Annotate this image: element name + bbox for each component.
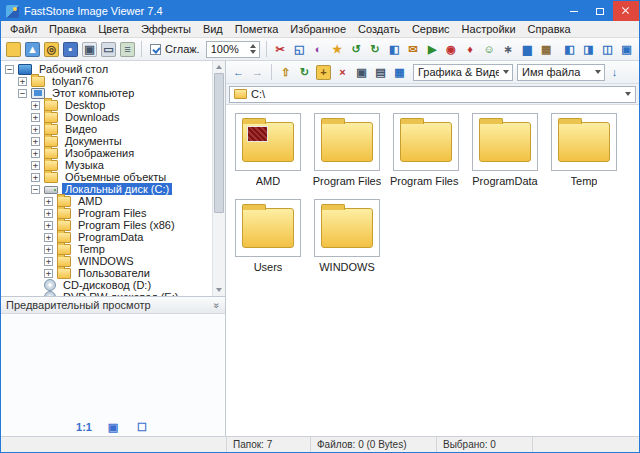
- tree-expand-toggle[interactable]: +: [31, 125, 40, 134]
- tree-item[interactable]: +Пользователи: [1, 267, 212, 279]
- sort-direction-button[interactable]: ↓: [606, 64, 623, 81]
- rotate-right-button[interactable]: ↻: [367, 41, 384, 58]
- compare-button[interactable]: ◧: [386, 41, 403, 58]
- menu-item[interactable]: Файл: [4, 22, 43, 36]
- layout-viewer-button[interactable]: ◨: [580, 41, 597, 58]
- delete-button[interactable]: ×: [334, 64, 351, 81]
- tree-expand-toggle[interactable]: +: [44, 257, 53, 266]
- title-bar[interactable]: FastStone Image Viewer 7.4: [1, 1, 639, 21]
- tree-item[interactable]: +Temp: [1, 243, 212, 255]
- preview-panel-header[interactable]: Предварительный просмотр »: [1, 296, 225, 314]
- menu-item[interactable]: Настройки: [456, 22, 522, 36]
- file-type-filter-combo[interactable]: Графика & Видео: [413, 64, 513, 81]
- minimize-button[interactable]: [561, 1, 587, 21]
- folder-thumbnail[interactable]: AMD: [232, 113, 304, 187]
- tree-expand-toggle[interactable]: +: [31, 101, 40, 110]
- maximize-button[interactable]: [587, 1, 613, 21]
- tree-expand-toggle[interactable]: +: [44, 233, 53, 242]
- menu-item[interactable]: Эффекты: [135, 22, 197, 36]
- tree-expand-toggle[interactable]: +: [44, 269, 53, 278]
- tree-expand-toggle[interactable]: +: [31, 113, 40, 122]
- tree-item[interactable]: +AMD: [1, 195, 212, 207]
- layout-split-button[interactable]: ◫: [599, 41, 616, 58]
- fit-window-button-button[interactable]: ▣: [105, 419, 122, 436]
- layout-browser-button[interactable]: ◧: [561, 41, 578, 58]
- folder-thumbnail[interactable]: ProgramData: [469, 113, 541, 187]
- tree-item[interactable]: +Видео: [1, 123, 212, 135]
- address-field[interactable]: C:\: [229, 86, 636, 103]
- sort-field-combo[interactable]: Имя файла: [517, 64, 605, 81]
- folder-thumbnail[interactable]: Users: [232, 199, 304, 273]
- smoothing-checkbox[interactable]: Сглаж.: [150, 43, 200, 55]
- tree-item[interactable]: +Объемные объекты: [1, 171, 212, 183]
- fullscreen-button-button[interactable]: ☐: [134, 419, 151, 436]
- tree-expand-toggle[interactable]: +: [18, 77, 27, 86]
- tree-expand-toggle[interactable]: −: [5, 65, 14, 74]
- tree-item[interactable]: +Музыка: [1, 159, 212, 171]
- users-button[interactable]: ☺: [481, 41, 498, 58]
- tree-item[interactable]: −Локальный диск (C:): [1, 183, 212, 195]
- tree-expand-toggle[interactable]: +: [44, 245, 53, 254]
- folder-thumbnail[interactable]: WINDOWS: [311, 199, 383, 273]
- copy-to-button[interactable]: ▣: [353, 64, 370, 81]
- new-folder-button[interactable]: +: [315, 64, 332, 81]
- tree-item[interactable]: CD-дисковод (D:): [1, 279, 212, 291]
- collapse-preview-icon[interactable]: »: [212, 302, 223, 308]
- menu-item[interactable]: Сервис: [406, 22, 456, 36]
- open-folder-button[interactable]: [5, 41, 22, 58]
- tree-expand-toggle[interactable]: +: [31, 149, 40, 158]
- effects-button[interactable]: ★: [329, 41, 346, 58]
- tree-expand-toggle[interactable]: +: [31, 173, 40, 182]
- folder-thumbnail[interactable]: Program Files (x86): [390, 113, 462, 187]
- copy-file-button[interactable]: ▣: [81, 41, 98, 58]
- back-button[interactable]: ←: [230, 64, 247, 81]
- view-mode-button[interactable]: ▦: [391, 64, 408, 81]
- folder-thumbnail[interactable]: Program Files: [311, 113, 383, 187]
- menu-item[interactable]: Создать: [352, 22, 406, 36]
- menu-item[interactable]: Правка: [43, 22, 92, 36]
- tree-item[interactable]: −Этот компьютер: [1, 87, 212, 99]
- menu-item[interactable]: Пометка: [229, 22, 285, 36]
- browse-folder-button[interactable]: ◎: [43, 41, 60, 58]
- actual-size-button-button[interactable]: 1:1: [76, 419, 93, 436]
- tree-item[interactable]: +Документы: [1, 135, 212, 147]
- tree-expand-toggle[interactable]: +: [44, 209, 53, 218]
- tree-item[interactable]: +tolyan76: [1, 75, 212, 87]
- tree-item[interactable]: +Downloads: [1, 111, 212, 123]
- adjust-colors-button[interactable]: ◐: [310, 41, 327, 58]
- tree-item[interactable]: +Program Files: [1, 207, 212, 219]
- menu-item[interactable]: Справка: [522, 22, 577, 36]
- tree-item[interactable]: +Изображения: [1, 147, 212, 159]
- crop-button[interactable]: ✂: [272, 41, 289, 58]
- tree-item[interactable]: +ProgramData: [1, 231, 212, 243]
- scroll-down-button[interactable]: [213, 284, 225, 296]
- tree-expand-toggle[interactable]: −: [31, 185, 40, 194]
- email-button[interactable]: ✉: [405, 41, 422, 58]
- tree-expand-toggle[interactable]: +: [31, 161, 40, 170]
- capture-button[interactable]: ◉: [443, 41, 460, 58]
- scrollbar-thumb[interactable]: [214, 73, 224, 213]
- chevron-down-icon[interactable]: [625, 92, 631, 96]
- scroll-up-button[interactable]: [213, 61, 225, 73]
- tree-item[interactable]: +Program Files (x86): [1, 219, 212, 231]
- save-as-button[interactable]: ▪: [62, 41, 79, 58]
- image-file-button[interactable]: ▲: [24, 41, 41, 58]
- menu-item[interactable]: Цвета: [92, 22, 135, 36]
- layout-full-button[interactable]: ▣: [618, 41, 635, 58]
- tree-expand-toggle[interactable]: +: [44, 221, 53, 230]
- rotate-left-button[interactable]: ↺: [348, 41, 365, 58]
- slideshow-button[interactable]: ▶: [424, 41, 441, 58]
- close-button[interactable]: [613, 1, 639, 21]
- tree-expand-toggle[interactable]: +: [31, 137, 40, 146]
- resize-button[interactable]: ◱: [291, 41, 308, 58]
- calendar-button[interactable]: ▦: [538, 41, 555, 58]
- menu-item[interactable]: Вид: [197, 22, 229, 36]
- tree-item[interactable]: +Desktop: [1, 99, 212, 111]
- up-folder-button[interactable]: ⇧: [277, 64, 294, 81]
- menu-item[interactable]: Избранное: [284, 22, 352, 36]
- tag-button[interactable]: ♦: [462, 41, 479, 58]
- move-to-button[interactable]: ▤: [372, 64, 389, 81]
- tree-scrollbar[interactable]: [212, 61, 225, 296]
- zoom-spinner[interactable]: [250, 44, 256, 54]
- refresh-button[interactable]: ↻: [296, 64, 313, 81]
